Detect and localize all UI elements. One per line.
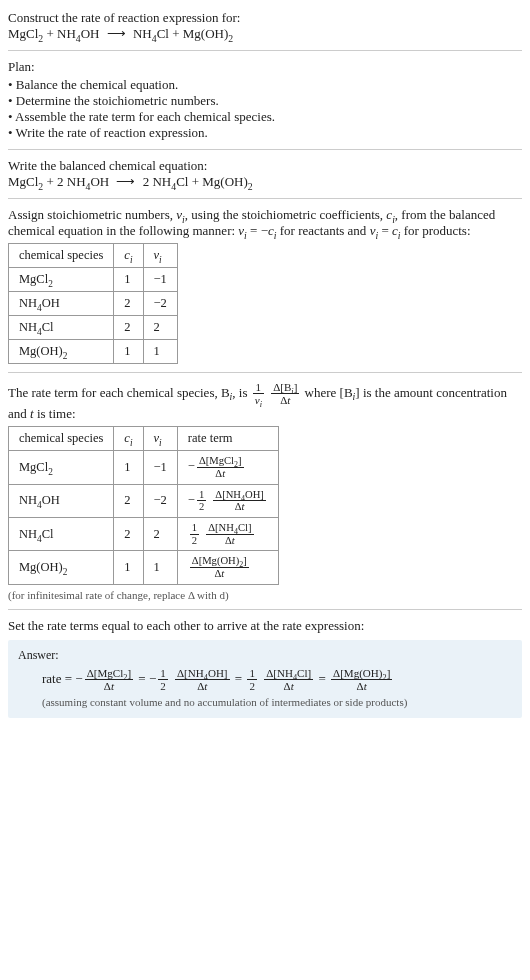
- table-row: NH4Cl2212 Δ[NH4Cl]Δt: [9, 518, 279, 551]
- cell-vi: 2: [143, 316, 177, 340]
- col-vi: νi: [143, 427, 177, 451]
- cell-vi: 1: [143, 340, 177, 364]
- rateterm-section: The rate term for each chemical species,…: [8, 381, 522, 601]
- divider: [8, 372, 522, 373]
- cell-ci: 1: [114, 268, 143, 292]
- stoich-section: Assign stoichiometric numbers, νi, using…: [8, 207, 522, 364]
- table-row: Mg(OH)211Δ[Mg(OH)2]Δt: [9, 551, 279, 584]
- table-header-row: chemical species ci νi rate term: [9, 427, 279, 451]
- stoich-text: for reactants and: [277, 223, 370, 238]
- divider: [8, 50, 522, 51]
- cell-ci: 1: [114, 451, 143, 484]
- cell-species: Mg(OH)2: [9, 340, 114, 364]
- rate-table: chemical species ci νi rate term MgCl21−…: [8, 426, 279, 585]
- answer-equation: rate = −Δ[MgCl2]Δt = −12 Δ[NH4OH]Δt = 12…: [18, 667, 512, 692]
- setequal-section: Set the rate terms equal to each other t…: [8, 618, 522, 634]
- cell-species: MgCl2: [9, 451, 114, 484]
- balanced-equation: MgCl2 + 2 NH4OH ⟶ 2 NH4Cl + Mg(OH)2: [8, 174, 522, 190]
- cell-ci: 2: [114, 292, 143, 316]
- cell-rate: −12 Δ[NH4OH]Δt: [177, 484, 278, 517]
- cell-rate: Δ[Mg(OH)2]Δt: [177, 551, 278, 584]
- cell-ci: 2: [114, 484, 143, 517]
- table-header-row: chemical species ci νi: [9, 244, 178, 268]
- cell-vi: −2: [143, 484, 177, 517]
- rateterm-text: , is: [232, 385, 250, 400]
- cell-rate: 12 Δ[NH4Cl]Δt: [177, 518, 278, 551]
- table-row: MgCl21−1−Δ[MgCl2]Δt: [9, 451, 279, 484]
- col-ci: ci: [114, 427, 143, 451]
- stoich-text: Assign stoichiometric numbers,: [8, 207, 176, 222]
- cell-species: MgCl2: [9, 268, 114, 292]
- table-row: Mg(OH)211: [9, 340, 178, 364]
- table-row: NH4OH2−2−12 Δ[NH4OH]Δt: [9, 484, 279, 517]
- answer-box: Answer: rate = −Δ[MgCl2]Δt = −12 Δ[NH4OH…: [8, 640, 522, 718]
- intro-section: Construct the rate of reaction expressio…: [8, 10, 522, 42]
- answer-label: Answer:: [18, 648, 512, 663]
- setequal-text: Set the rate terms equal to each other t…: [8, 618, 522, 634]
- divider: [8, 609, 522, 610]
- divider: [8, 149, 522, 150]
- plan-item: Assemble the rate term for each chemical…: [8, 109, 522, 125]
- rateterm-text: where [B: [305, 385, 353, 400]
- cell-vi: −1: [143, 451, 177, 484]
- col-vi: νi: [143, 244, 177, 268]
- cell-species: Mg(OH)2: [9, 551, 114, 584]
- stoich-table: chemical species ci νi MgCl21−1NH4OH2−2N…: [8, 243, 178, 364]
- cell-ci: 2: [114, 518, 143, 551]
- cell-ci: 1: [114, 551, 143, 584]
- stoich-text: , using the stoichiometric coefficients,: [185, 207, 387, 222]
- cell-rate: −Δ[MgCl2]Δt: [177, 451, 278, 484]
- rateterm-text: The rate term for each chemical species,…: [8, 385, 230, 400]
- intro-prompt: Construct the rate of reaction expressio…: [8, 10, 522, 26]
- cell-species: NH4Cl: [9, 316, 114, 340]
- plan-item: Determine the stoichiometric numbers.: [8, 93, 522, 109]
- table-row: NH4Cl22: [9, 316, 178, 340]
- stoich-text: for products:: [400, 223, 470, 238]
- col-ci: ci: [114, 244, 143, 268]
- table-row: NH4OH2−2: [9, 292, 178, 316]
- balanced-section: Write the balanced chemical equation: Mg…: [8, 158, 522, 190]
- cell-vi: −2: [143, 292, 177, 316]
- cell-vi: 1: [143, 551, 177, 584]
- rate-generic-frac1: 1νi: [251, 381, 266, 406]
- divider: [8, 198, 522, 199]
- cell-species: NH4OH: [9, 292, 114, 316]
- plan-heading: Plan:: [8, 59, 522, 75]
- plan-item: Write the rate of reaction expression.: [8, 125, 522, 141]
- plan-list: Balance the chemical equation. Determine…: [8, 77, 522, 141]
- col-species: chemical species: [9, 427, 114, 451]
- plan-section: Plan: Balance the chemical equation. Det…: [8, 59, 522, 141]
- cell-ci: 2: [114, 316, 143, 340]
- cell-vi: −1: [143, 268, 177, 292]
- plan-item: Balance the chemical equation.: [8, 77, 522, 93]
- rate-note: (for infinitesimal rate of change, repla…: [8, 589, 522, 601]
- cell-ci: 1: [114, 340, 143, 364]
- rateterm-text: is time:: [34, 406, 76, 421]
- cell-species: NH4Cl: [9, 518, 114, 551]
- col-rate: rate term: [177, 427, 278, 451]
- rate-generic-frac2: Δ[Bi]Δt: [269, 381, 301, 406]
- col-species: chemical species: [9, 244, 114, 268]
- answer-note: (assuming constant volume and no accumul…: [18, 696, 512, 708]
- cell-species: NH4OH: [9, 484, 114, 517]
- balanced-heading: Write the balanced chemical equation:: [8, 158, 522, 174]
- table-row: MgCl21−1: [9, 268, 178, 292]
- unbalanced-equation: MgCl2 + NH4OH ⟶ NH4Cl + Mg(OH)2: [8, 26, 522, 42]
- cell-vi: 2: [143, 518, 177, 551]
